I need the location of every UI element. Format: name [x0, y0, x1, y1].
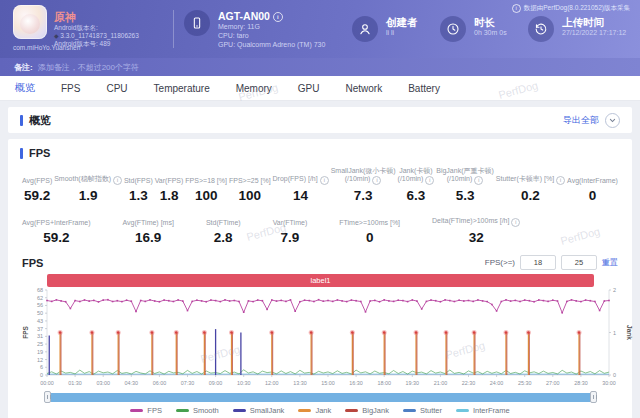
device-info-icon[interactable] [273, 12, 283, 22]
fps-metrics-row-1: Avg(FPS)59.2Smooth(稳帧指数)1.9Std(FPS)1.3Va… [8, 159, 632, 203]
y-left-tick-label: 37 [37, 326, 43, 332]
fps-threshold-input-1[interactable] [520, 255, 556, 270]
duration-value: 0h 30m 0s [474, 28, 507, 37]
fps-point [351, 299, 353, 301]
person-icon [357, 21, 373, 37]
fps-point [533, 301, 535, 303]
fps-point [397, 299, 399, 301]
upload-block: 上传时间 27/12/2022 17:17:12 [528, 16, 626, 42]
fps-metrics-row-2: Avg(FPS+InterFrame)59.2Avg(FTime) [ms]16… [8, 203, 632, 245]
slider-handle-right[interactable] [590, 391, 597, 403]
x-tick-label: 21:00 [434, 380, 448, 386]
info-icon[interactable] [556, 176, 565, 185]
y-left-tick-label: 25 [37, 341, 43, 347]
fps-point [145, 301, 147, 303]
fps-point [243, 311, 245, 313]
slider-handle-left[interactable] [44, 391, 51, 403]
fps-point [309, 300, 311, 302]
fps-chart[interactable]: 0612192531374350566268012FPSJank00:0001:… [20, 288, 636, 392]
metric: Std(FTime)2.8 [206, 210, 241, 245]
bigjank-marker [151, 331, 154, 334]
legend-swatch [345, 409, 358, 412]
fps-point [416, 300, 418, 302]
duration-block: 时长 0h 30m 0s [440, 16, 528, 42]
bigjank-marker [527, 331, 530, 334]
fps-point [449, 300, 451, 302]
legend-item-jank[interactable]: Jank [298, 406, 331, 415]
device-memory: Memory: 11G [218, 22, 325, 31]
tab-overview[interactable]: 概览 [15, 81, 35, 95]
fps-threshold-input-2[interactable] [561, 255, 597, 270]
content: 概览 导出全部 FPS Avg(FPS)59.2Smooth(稳帧指数)1.9S… [0, 101, 640, 418]
legend-swatch [298, 409, 311, 412]
info-icon[interactable] [474, 176, 483, 185]
info-icon[interactable] [511, 218, 520, 227]
x-tick-label: 00:00 [40, 380, 54, 386]
fps-point [318, 299, 320, 301]
fps-point [266, 309, 268, 311]
data-source-note: 数据由PerfDog(8.0.221052)版本采集 [509, 4, 630, 13]
y-right-tick-label: 2 [613, 288, 616, 293]
fps-point [131, 300, 133, 302]
tab-fps[interactable]: FPS [61, 83, 80, 94]
fps-point [168, 300, 170, 302]
legend-swatch [176, 409, 189, 412]
fps-point [121, 301, 123, 303]
metric-value: 59.2 [43, 230, 69, 245]
remark-label: 备注: [14, 62, 33, 73]
metric-value: 0.2 [521, 188, 540, 203]
metric: Avg(InterFrame)0 [567, 168, 618, 203]
x-tick-label: 27:00 [546, 380, 560, 386]
tab-cpu[interactable]: CPU [106, 83, 127, 94]
x-tick-label: 12:00 [265, 380, 279, 386]
fps-point [140, 300, 142, 302]
tab-memory[interactable]: Memory [236, 83, 272, 94]
export-all-button[interactable]: 导出全部 [563, 113, 620, 128]
fps-point [393, 301, 395, 303]
info-icon[interactable] [372, 176, 381, 185]
legend-item-smalljank[interactable]: SmallJank [233, 406, 285, 415]
legend-item-smooth[interactable]: Smooth [176, 406, 219, 415]
info-icon[interactable] [425, 176, 434, 185]
reset-button[interactable]: 重置 [602, 257, 618, 268]
x-tick-label: 01:30 [68, 380, 82, 386]
fps-point [276, 300, 278, 302]
fps-point [79, 301, 81, 303]
fps-point [65, 301, 67, 303]
x-tick-label: 16:30 [349, 380, 363, 386]
fps-point [248, 300, 250, 302]
remark-bar[interactable]: 备注: 添加备注，不超过200个字符 [0, 58, 640, 76]
fps-point [201, 300, 203, 302]
tab-gpu[interactable]: GPU [298, 83, 320, 94]
fps-point [561, 312, 563, 314]
info-icon[interactable] [320, 176, 329, 185]
fps-point [510, 300, 512, 302]
legend-item-bigjank[interactable]: BigJank [345, 406, 389, 415]
phone-icon [189, 15, 205, 31]
tab-battery[interactable]: Battery [408, 83, 440, 94]
info-icon[interactable] [113, 176, 122, 185]
legend-item-interframe[interactable]: InterFrame [456, 406, 510, 415]
fps-point [594, 301, 596, 303]
legend-item-stutter[interactable]: Stutter [403, 406, 442, 415]
fps-point [60, 300, 62, 302]
tab-bar: 概览FPSCPUTemperatureMemoryGPUNetworkBatte… [0, 76, 640, 101]
fps-point [360, 301, 362, 303]
metric: Drop(FPS) [/h]14 [273, 168, 329, 203]
metric: FPS>=18 [%]100 [185, 168, 227, 203]
device-block: AGT-AN00 Memory: 11G CPU: taro GPU: Qual… [184, 10, 352, 49]
export-icon-circle[interactable] [605, 113, 620, 128]
bigjank-marker [117, 331, 120, 334]
chart-range-slider[interactable] [47, 393, 594, 402]
fps-point [341, 300, 343, 302]
tab-network[interactable]: Network [346, 83, 383, 94]
legend-swatch [130, 409, 143, 412]
fps-point [191, 301, 193, 303]
legend-item-fps[interactable]: FPS [130, 406, 162, 415]
upload-value: 27/12/2022 17:17:12 [562, 28, 626, 37]
x-tick-label: 30:00 [602, 380, 616, 386]
tab-temperature[interactable]: Temperature [154, 83, 210, 94]
app-info-block: 原神 Android版本名: ◆ 3.3.0_11741873_11806263… [0, 11, 163, 48]
x-tick-label: 22:30 [462, 380, 476, 386]
fps-point [252, 301, 254, 303]
